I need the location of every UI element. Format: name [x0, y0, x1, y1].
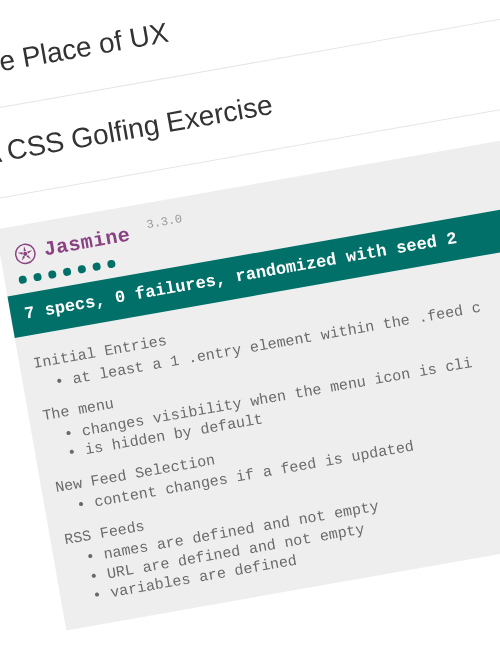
svg-point-1	[23, 252, 28, 257]
jasmine-panel: Jasmine 3.3.0 7 specs, 0 failures, rando…	[0, 118, 500, 630]
spec-dot[interactable]	[18, 275, 27, 284]
spec-dot[interactable]	[48, 270, 57, 279]
jasmine-brand: Jasmine	[42, 223, 133, 264]
jasmine-version: 3.3.0	[146, 212, 184, 234]
spec-dot[interactable]	[107, 259, 116, 268]
spec-dot[interactable]	[33, 272, 42, 281]
spec-dot[interactable]	[62, 267, 71, 276]
spec-dot[interactable]	[92, 262, 101, 271]
spec-dot[interactable]	[77, 265, 86, 274]
article-title: A CSS Golfing Exercise	[0, 89, 275, 171]
article-title: The Place of UX	[0, 17, 171, 83]
jasmine-logo-icon	[13, 241, 38, 266]
